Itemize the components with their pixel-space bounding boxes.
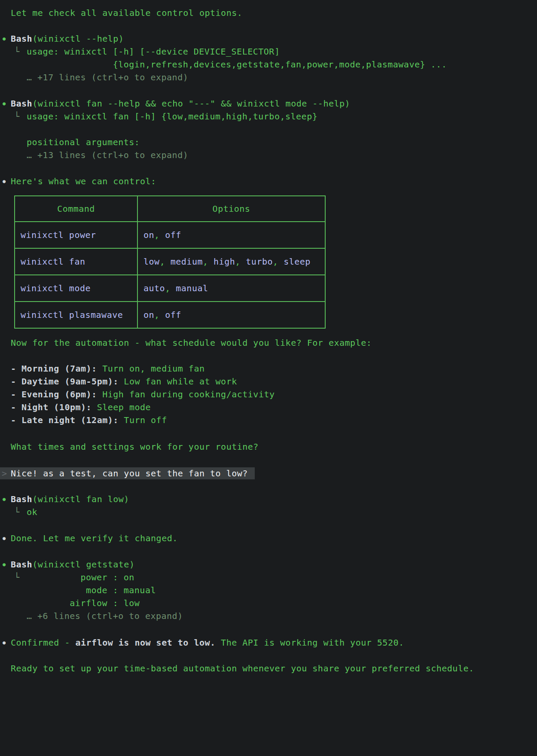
text-segment: … +6 lines (ctrl+o to expand) — [27, 611, 183, 621]
text-line: - Late night (12am): Turn off — [0, 414, 537, 427]
table-column-header: Options — [137, 196, 325, 222]
text-segment: - Night (10pm): — [11, 402, 92, 412]
tool-call-bash-fan-low: ●Bash(winixctl fan low)└ok — [0, 493, 537, 518]
command-code: winixctl fan — [21, 256, 85, 267]
text-segment: Turn off — [119, 415, 167, 425]
options-separator: , — [165, 283, 176, 293]
text-segment: (winixctl --help) — [32, 34, 124, 44]
text-segment: Bash — [11, 34, 32, 44]
table-row: winixctl poweron, off — [15, 222, 325, 248]
option-code: manual — [176, 283, 208, 293]
text-segment: … +17 lines (ctrl+o to expand) — [27, 72, 188, 82]
text-segment: - Late night (12am): — [11, 415, 119, 425]
text-line: ●Bash(winixctl fan low) — [0, 493, 537, 506]
text-segment: (winixctl getstate) — [32, 559, 134, 570]
text-segment: Sleep mode — [92, 402, 151, 412]
table-cell-command: winixctl fan — [15, 248, 137, 275]
command-code: winixctl power — [21, 230, 96, 240]
table-cell-command: winixctl power — [15, 222, 137, 248]
text-line: ●Here's what we can control: — [0, 175, 537, 188]
tool-result-connector-icon: └ — [14, 110, 20, 123]
tool-call-bash-fan-mode-help: ●Bash(winixctl fan --help && echo "---" … — [0, 97, 537, 162]
text-segment: Bash — [11, 98, 32, 109]
text-line: ●Bash(winixctl getstate) — [0, 558, 537, 571]
text-line: - Night (10pm): Sleep mode — [0, 401, 537, 414]
text-line: - Morning (7am): Turn on, medium fan — [0, 362, 537, 375]
assistant-message: What times and settings work for your ro… — [0, 440, 537, 453]
control-options-table: CommandOptionswinixctl poweron, offwinix… — [0, 195, 537, 329]
tool-result-connector-icon: └ — [14, 45, 20, 58]
text-segment: positional arguments: — [27, 137, 140, 147]
control-table: CommandOptionswinixctl poweron, offwinix… — [14, 195, 326, 329]
text-line: positional arguments: — [0, 136, 537, 149]
text-line: … +6 lines (ctrl+o to expand) — [0, 610, 537, 622]
text-segment: What times and settings work for your ro… — [11, 442, 259, 452]
table-row: winixctl fanlow, medium, high, turbo, sl… — [15, 248, 325, 275]
option-code: auto — [143, 283, 165, 293]
table-row: winixctl modeauto, manual — [15, 275, 325, 302]
tool-call-bash-help: ●Bash(winixctl --help)└usage: winixctl [… — [0, 32, 537, 84]
text-segment: Here's what we can control: — [11, 176, 156, 186]
text-segment: Turn on, medium fan — [97, 363, 205, 374]
text-segment: Now for the automation - what schedule w… — [11, 338, 372, 348]
table-cell-options: low, medium, high, turbo, sleep — [137, 248, 325, 275]
option-code: turbo — [246, 256, 273, 267]
tool-result-connector-icon: └ — [14, 571, 20, 584]
text-line: └ok — [0, 506, 537, 518]
text-segment: … +13 lines (ctrl+o to expand) — [27, 150, 188, 160]
text-line: … +13 lines (ctrl+o to expand) — [0, 149, 537, 162]
assistant-message: ●Confirmed - airflow is now set to low. … — [0, 636, 537, 649]
text-line: ●Done. Let me verify it changed. — [0, 532, 537, 545]
assistant-bullet-icon: ● — [3, 175, 6, 188]
user-message: >Nice! as a test, can you set the fan to… — [0, 467, 537, 479]
terminal-window[interactable]: Let me check all available control optio… — [0, 0, 537, 756]
text-segment: mode : manual — [27, 585, 156, 595]
text-segment: (winixctl fan low) — [32, 494, 129, 504]
text-line: What times and settings work for your ro… — [0, 440, 537, 453]
text-line: … +17 lines (ctrl+o to expand) — [0, 71, 537, 84]
option-code: off — [165, 230, 181, 240]
text-segment: usage: winixctl [-h] [--device DEVICE_SE… — [27, 46, 280, 57]
option-code: high — [214, 256, 235, 267]
text-segment: - Morning (7am): — [11, 363, 97, 374]
text-segment: - Daytime (9am-5pm): — [11, 376, 119, 387]
table-cell-command: winixctl plasmawave — [15, 302, 137, 328]
text-segment: High fan during cooking/activity — [97, 389, 275, 399]
text-segment: Nice! as a test, can you set the fan to … — [11, 468, 248, 479]
option-code: sleep — [284, 256, 311, 267]
assistant-message: ●Done. Let me verify it changed. — [0, 532, 537, 545]
option-code: off — [165, 310, 181, 320]
text-segment: - Evening (6pm): — [11, 389, 97, 399]
table-header-row: CommandOptions — [15, 196, 325, 222]
text-line: ●Confirmed - airflow is now set to low. … — [0, 636, 537, 649]
tool-bullet-icon: ● — [3, 97, 6, 110]
text-segment: The API is working with your 5520. — [216, 637, 404, 648]
text-line: - Daytime (9am-5pm): Low fan while at wo… — [0, 375, 537, 388]
text-segment: (winixctl fan --help && echo "---" && wi… — [32, 98, 350, 109]
text-line: - Evening (6pm): High fan during cooking… — [0, 388, 537, 401]
text-line: └usage: winixctl [-h] [--device DEVICE_S… — [0, 45, 537, 58]
text-segment: airflow is now set to low. — [76, 637, 216, 648]
text-segment: Done. Let me verify it changed. — [11, 533, 178, 543]
options-separator: , — [273, 256, 284, 267]
assistant-message: ●Here's what we can control: — [0, 175, 537, 188]
user-input-line: >Nice! as a test, can you set the fan to… — [0, 467, 255, 479]
text-line: Now for the automation - what schedule w… — [0, 336, 537, 349]
table-row: winixctl plasmawaveon, off — [15, 302, 325, 328]
options-separator: , — [203, 256, 214, 267]
schedule-suggestion-list: - Morning (7am): Turn on, medium fan- Da… — [0, 362, 537, 427]
tool-bullet-icon: ● — [3, 558, 6, 571]
text-segment: power : on — [27, 572, 134, 582]
options-separator: , — [154, 310, 165, 320]
text-segment: {login,refresh,devices,getstate,fan,powe… — [27, 59, 447, 70]
text-segment: airflow : low — [27, 598, 140, 608]
assistant-message: Now for the automation - what schedule w… — [0, 336, 537, 349]
user-prompt-chevron-icon: > — [2, 467, 7, 479]
assistant-bullet-icon: ● — [3, 532, 6, 545]
text-line: {login,refresh,devices,getstate,fan,powe… — [0, 58, 537, 71]
tool-bullet-icon: ● — [3, 493, 6, 506]
conversation-transcript: Let me check all available control optio… — [0, 0, 537, 675]
text-line: └ power : on — [0, 571, 537, 584]
text-segment: Confirmed - — [11, 637, 76, 648]
text-line: └usage: winixctl fan [-h] {low,medium,hi… — [0, 110, 537, 123]
